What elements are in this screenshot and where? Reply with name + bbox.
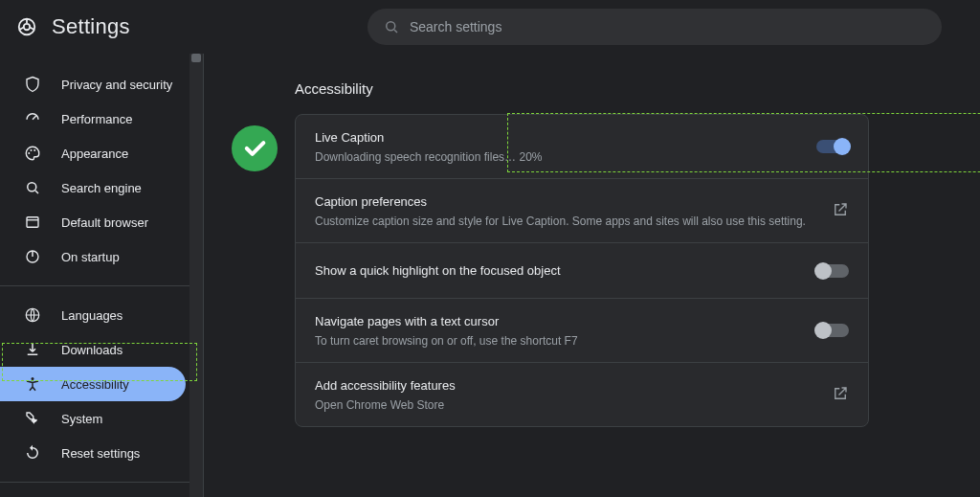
row-subtitle: Downloading speech recognition files… 20… — [315, 149, 816, 165]
row-add-features[interactable]: Add accessibility features Open Chrome W… — [296, 363, 868, 426]
power-icon — [23, 247, 42, 266]
window-icon — [23, 213, 42, 232]
chrome-logo-icon — [13, 13, 40, 40]
download-icon — [23, 340, 42, 359]
row-title: Add accessibility features — [315, 376, 832, 395]
globe-icon — [23, 305, 42, 325]
row-subtitle: To turn caret browsing on or off, use th… — [315, 333, 816, 349]
row-live-caption[interactable]: Live Caption Downloading speech recognit… — [296, 115, 868, 179]
success-check-icon — [232, 125, 278, 171]
sidebar-item-downloads[interactable]: Downloads — [0, 332, 203, 367]
sidebar-item-appearance[interactable]: Appearance — [0, 136, 203, 170]
sidebar-item-performance[interactable]: Performance — [0, 102, 203, 136]
row-title: Navigate pages with a text cursor — [315, 312, 816, 331]
sidebar-item-on-startup[interactable]: On startup — [0, 239, 203, 274]
sidebar-item-label: Accessibility — [61, 377, 129, 392]
accessibility-card: Live Caption Downloading speech recognit… — [295, 114, 869, 427]
row-subtitle: Customize caption size and style for Liv… — [315, 214, 832, 229]
row-text-cursor[interactable]: Navigate pages with a text cursor To tur… — [296, 299, 868, 363]
sidebar-item-label: Default browser — [61, 215, 148, 230]
search-icon — [23, 178, 42, 197]
section-title: Accessibility — [295, 80, 942, 97]
external-link-icon[interactable] — [832, 201, 849, 221]
row-title: Caption preferences — [315, 192, 832, 212]
row-subtitle: Open Chrome Web Store — [315, 397, 832, 413]
row-title: Live Caption — [315, 128, 816, 147]
sidebar-item-privacy[interactable]: Privacy and security — [0, 67, 203, 102]
app-title: Settings — [52, 14, 130, 39]
focus-highlight-toggle[interactable] — [816, 264, 849, 278]
sidebar-item-accessibility[interactable]: Accessibility — [0, 367, 186, 401]
external-link-icon[interactable] — [832, 385, 849, 405]
speed-icon — [23, 109, 42, 128]
sidebar-item-label: Appearance — [61, 147, 128, 161]
sidebar-item-label: Search engine — [61, 181, 142, 195]
accessibility-icon — [23, 374, 42, 394]
sidebar-item-label: Languages — [61, 308, 122, 323]
sidebar-item-label: On startup — [61, 250, 120, 264]
shield-icon — [23, 75, 42, 94]
sidebar-item-default-browser[interactable]: Default browser — [0, 205, 203, 239]
row-focus-highlight[interactable]: Show a quick highlight on the focused ob… — [296, 243, 868, 299]
search-input[interactable]: Search settings — [368, 9, 942, 45]
sidebar-item-languages[interactable]: Languages — [0, 298, 203, 332]
restore-icon — [23, 443, 42, 463]
search-icon — [383, 18, 400, 35]
live-caption-toggle[interactable] — [816, 140, 849, 153]
wrench-icon — [23, 409, 42, 428]
sidebar-item-system[interactable]: System — [0, 401, 203, 436]
sidebar-item-label: Privacy and security — [61, 78, 172, 92]
sidebar-scrollbar[interactable]: ▲ — [189, 54, 203, 497]
row-caption-preferences[interactable]: Caption preferences Customize caption si… — [296, 179, 868, 243]
sidebar-item-search-engine[interactable]: Search engine — [0, 170, 203, 205]
sidebar-item-label: Reset settings — [61, 446, 140, 461]
sidebar-item-label: Performance — [61, 112, 132, 126]
palette-icon — [23, 144, 42, 163]
sidebar-item-reset[interactable]: Reset settings — [0, 436, 203, 470]
sidebar-item-label: Downloads — [61, 343, 122, 357]
sidebar-item-label: System — [61, 412, 102, 426]
text-cursor-toggle[interactable] — [816, 324, 849, 337]
search-placeholder: Search settings — [410, 19, 502, 34]
row-title: Show a quick highlight on the focused ob… — [315, 261, 816, 281]
